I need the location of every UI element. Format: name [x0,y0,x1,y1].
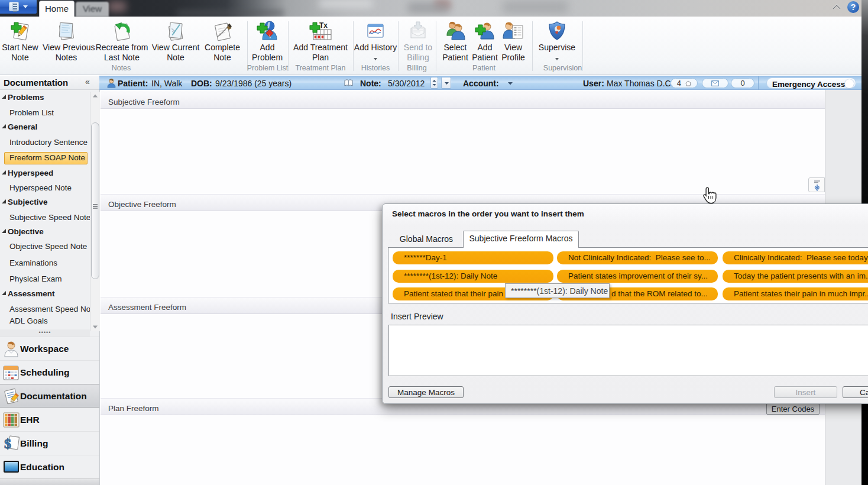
svg-text:Tx: Tx [319,21,328,30]
svg-text:$: $ [4,436,11,451]
